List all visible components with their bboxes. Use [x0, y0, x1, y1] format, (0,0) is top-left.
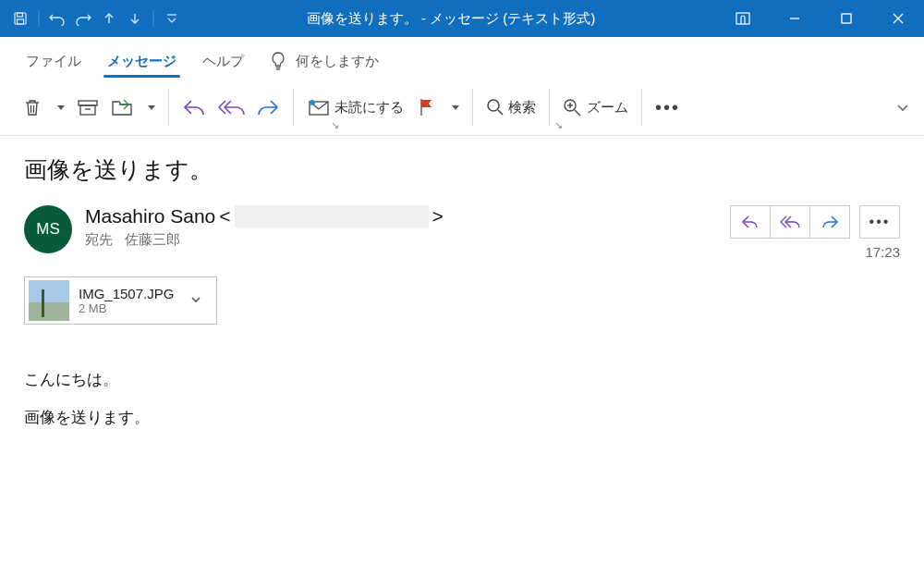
- svg-rect-8: [842, 14, 851, 23]
- bracket-close: >: [432, 205, 444, 227]
- window-title: 画像を送ります。 - メッセージ (テキスト形式): [185, 10, 717, 28]
- body-line: 画像を送ります。: [24, 399, 900, 437]
- undo-icon[interactable]: [44, 6, 70, 31]
- svg-line-22: [498, 110, 503, 115]
- maximize-button[interactable]: [821, 0, 872, 37]
- message-body: こんにちは。 画像を送ります。: [24, 362, 900, 437]
- move-button[interactable]: [105, 88, 140, 127]
- sender-info: Masahiro Sano < > 宛先 佐藤三郎: [85, 205, 444, 249]
- sender-name: Masahiro Sano: [85, 205, 215, 227]
- sender-email-redacted: [235, 205, 429, 227]
- ribbon-separator: [293, 89, 294, 126]
- recipient-line: 宛先 佐藤三郎: [85, 231, 444, 249]
- tell-me-search[interactable]: 何をしますか: [257, 43, 392, 80]
- ribbon-display-icon[interactable]: [717, 0, 769, 37]
- action-more-button[interactable]: •••: [859, 205, 900, 239]
- archive-button[interactable]: [70, 88, 105, 127]
- lightbulb-icon: [270, 52, 286, 70]
- action-reply-all-button[interactable]: [770, 205, 810, 239]
- zoom-icon: [563, 98, 583, 117]
- archive-icon: [77, 98, 99, 117]
- flag-button[interactable]: [409, 88, 444, 127]
- attachment-thumbnail: [29, 280, 69, 321]
- flag-icon: [418, 97, 436, 117]
- reply-button[interactable]: [176, 88, 212, 127]
- zoom-label: ズーム: [587, 99, 628, 117]
- sender-name-line: Masahiro Sano < >: [85, 205, 444, 227]
- zoom-button[interactable]: ズーム: [557, 88, 634, 127]
- ribbon-toolbar: ↘ 未読にする ↘ 検索 ズーム •••: [0, 80, 924, 135]
- qat-separator: [33, 6, 44, 31]
- received-time: 17:23: [730, 244, 900, 260]
- reply-all-icon: [217, 98, 245, 117]
- body-line: こんにちは。: [24, 362, 900, 399]
- move-dropdown[interactable]: [140, 88, 161, 127]
- close-button[interactable]: [872, 0, 924, 37]
- quick-access-toolbar: [0, 0, 185, 37]
- delete-dropdown[interactable]: [50, 88, 70, 127]
- forward-icon: [821, 215, 839, 229]
- previous-item-icon[interactable]: [96, 6, 122, 31]
- attachment-size: 2 MB: [79, 301, 174, 315]
- message-subject: 画像を送ります。: [24, 154, 900, 185]
- search-button[interactable]: 検索: [480, 88, 541, 127]
- delete-button[interactable]: [15, 88, 50, 127]
- svg-point-20: [310, 100, 315, 105]
- svg-point-21: [488, 100, 499, 111]
- svg-rect-15: [79, 101, 97, 105]
- window-controls: [717, 0, 924, 37]
- collapse-ribbon-button[interactable]: [891, 88, 915, 127]
- tell-me-label: 何をしますか: [296, 53, 379, 70]
- customize-qat-dropdown[interactable]: [159, 6, 185, 31]
- sender-avatar[interactable]: MS: [24, 205, 72, 253]
- reply-all-button[interactable]: [212, 88, 250, 127]
- title-bar: 画像を送ります。 - メッセージ (テキスト形式): [0, 0, 924, 37]
- qat-separator: [148, 6, 159, 31]
- attachment-dropdown[interactable]: [183, 292, 209, 309]
- ribbon-tabs: ファイル メッセージ ヘルプ 何をしますか: [0, 37, 924, 80]
- action-reply-button[interactable]: [730, 205, 771, 239]
- chevron-down-icon: [896, 101, 909, 114]
- bracket-open: <: [219, 205, 230, 227]
- ribbon-separator: [549, 89, 550, 126]
- flag-dropdown[interactable]: [444, 88, 465, 127]
- forward-button[interactable]: [250, 88, 286, 127]
- save-icon[interactable]: [7, 6, 33, 31]
- action-forward-button[interactable]: [809, 205, 850, 239]
- search-label: 検索: [508, 99, 536, 117]
- chevron-down-icon: [190, 294, 201, 305]
- tab-message[interactable]: メッセージ: [94, 43, 189, 80]
- ribbon-separator: [472, 89, 473, 126]
- trash-icon: [22, 97, 43, 117]
- svg-rect-6: [736, 13, 749, 24]
- tags-launcher-icon[interactable]: ↘: [554, 119, 563, 131]
- ellipsis-icon: •••: [655, 97, 680, 118]
- reply-icon: [182, 98, 206, 117]
- respond-launcher-icon[interactable]: ↘: [331, 119, 339, 131]
- tab-file[interactable]: ファイル: [13, 43, 94, 80]
- move-folder-icon: [111, 97, 135, 117]
- message-pane: 画像を送ります。 MS Masahiro Sano < > 宛先 佐藤三郎: [0, 136, 924, 437]
- search-icon: [486, 98, 505, 117]
- mark-unread-button[interactable]: 未読にする: [301, 88, 409, 127]
- attachment-card[interactable]: IMG_1507.JPG 2 MB: [24, 276, 217, 325]
- ellipsis-icon: •••: [869, 214, 891, 230]
- tab-help[interactable]: ヘルプ: [189, 43, 257, 80]
- ribbon-separator: [641, 89, 642, 126]
- svg-rect-1: [18, 13, 23, 17]
- attachment-filename: IMG_1507.JPG: [79, 286, 174, 301]
- svg-rect-0: [15, 13, 26, 24]
- recipient-label: 宛先: [85, 231, 113, 247]
- svg-rect-2: [18, 19, 24, 24]
- recipient-name: 佐藤三郎: [125, 231, 180, 247]
- svg-rect-16: [80, 105, 95, 115]
- ribbon-separator: [168, 89, 169, 126]
- envelope-icon: [307, 98, 331, 117]
- forward-icon: [256, 98, 280, 117]
- sender-row: MS Masahiro Sano < > 宛先 佐藤三郎: [24, 205, 900, 260]
- redo-icon[interactable]: [70, 6, 96, 31]
- minimize-button[interactable]: [769, 0, 821, 37]
- next-item-icon[interactable]: [122, 6, 148, 31]
- more-commands-button[interactable]: •••: [650, 88, 686, 127]
- mark-unread-label: 未読にする: [334, 99, 404, 117]
